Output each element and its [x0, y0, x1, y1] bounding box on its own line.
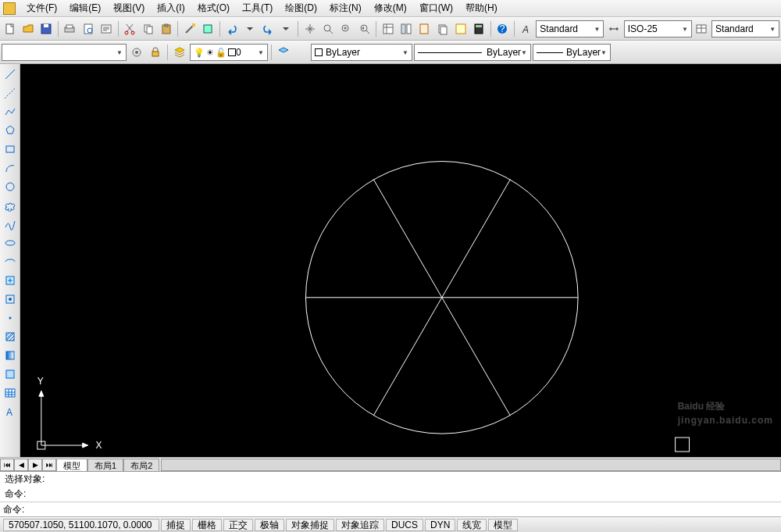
svg-marker-54 [39, 391, 44, 396]
status-osnap[interactable]: 对象捕捉 [286, 519, 334, 531]
publish-icon[interactable] [98, 20, 114, 37]
command-input[interactable] [27, 502, 781, 516]
status-otrack[interactable]: 对象追踪 [336, 519, 384, 531]
region-tool-icon[interactable] [2, 366, 19, 383]
menu-help[interactable]: 帮助(H) [459, 2, 504, 15]
text-style-icon[interactable]: A [518, 20, 534, 37]
table-style-combo[interactable]: Standard▼ [711, 20, 779, 37]
status-ducs[interactable]: DUCS [386, 519, 423, 531]
standard-toolbar: ? A Standard▼ ISO-25▼ Standard▼ [0, 17, 781, 41]
table-style-icon[interactable] [694, 20, 710, 37]
hatch-tool-icon[interactable] [2, 328, 19, 345]
spline-tool-icon[interactable] [2, 216, 19, 233]
menu-view[interactable]: 视图(V) [107, 2, 151, 15]
pan-icon[interactable] [301, 20, 318, 37]
cut-icon[interactable] [122, 20, 138, 37]
svg-rect-11 [147, 27, 152, 34]
drawing-canvas[interactable]: X Y Baidu 经验 jingyan.baidu.com [20, 64, 781, 457]
help-icon[interactable]: ? [494, 20, 511, 37]
tab-model[interactable]: 模型 [56, 459, 87, 471]
layer-name: 0 [236, 47, 241, 58]
print-preview-icon[interactable] [80, 20, 96, 37]
tab-layout1[interactable]: 布局1 [87, 459, 123, 471]
svg-rect-22 [420, 24, 428, 34]
revision-cloud-icon[interactable] [2, 197, 19, 214]
dim-style-combo[interactable]: ISO-25▼ [624, 20, 692, 37]
match-properties-icon[interactable] [181, 20, 198, 37]
block-editor-icon[interactable] [200, 20, 216, 37]
status-grid[interactable]: 栅格 [192, 519, 222, 531]
polyline-tool-icon[interactable] [2, 103, 19, 120]
layer-combo[interactable]: 💡 ☀ 🔓 0 ▼ [190, 44, 268, 61]
status-dyn[interactable]: DYN [425, 519, 455, 531]
menu-draw[interactable]: 绘图(D) [279, 2, 323, 15]
status-polar[interactable]: 极轴 [255, 519, 284, 531]
copy-icon[interactable] [140, 20, 156, 37]
line-tool-icon[interactable] [2, 66, 19, 83]
print-icon[interactable] [62, 20, 78, 37]
zoom-window-icon[interactable] [338, 20, 355, 37]
arc-tool-icon[interactable] [2, 159, 19, 177]
tool-palette-icon[interactable] [416, 20, 433, 37]
save-icon[interactable] [38, 20, 55, 37]
svg-rect-44 [6, 370, 14, 378]
ellipse-tool-icon[interactable] [2, 234, 19, 252]
layer-manager-icon[interactable] [171, 44, 188, 61]
construction-line-icon[interactable] [2, 84, 19, 102]
tab-layout2[interactable]: 布局2 [123, 459, 159, 471]
menu-format[interactable]: 格式(O) [191, 2, 236, 15]
menu-tools[interactable]: 工具(T) [236, 2, 279, 15]
status-snap[interactable]: 捕捉 [161, 519, 191, 531]
circle-tool-icon[interactable] [2, 178, 19, 195]
sheet-set-icon[interactable] [434, 20, 451, 37]
polygon-tool-icon[interactable] [2, 122, 19, 139]
color-combo[interactable]: ByLayer▼ [311, 44, 412, 61]
point-tool-icon[interactable] [2, 309, 19, 327]
menu-edit[interactable]: 编辑(E) [63, 2, 107, 15]
status-ortho[interactable]: 正交 [223, 519, 253, 531]
markup-icon[interactable] [452, 20, 469, 37]
table-tool-icon[interactable] [2, 384, 19, 402]
gradient-tool-icon[interactable] [2, 347, 19, 364]
tab-first-icon[interactable]: ⏮ [0, 459, 14, 471]
make-block-icon[interactable] [2, 291, 19, 308]
status-lwt[interactable]: 线宽 [457, 519, 487, 531]
zoom-realtime-icon[interactable] [319, 20, 336, 37]
new-file-icon[interactable] [2, 20, 18, 37]
redo-dropdown-icon[interactable] [278, 20, 294, 37]
tab-last-icon[interactable]: ⏭ [42, 459, 56, 471]
text-style-combo[interactable]: Standard▼ [536, 20, 604, 37]
design-center-icon[interactable] [398, 20, 414, 37]
menu-window[interactable]: 窗口(W) [413, 2, 459, 15]
svg-rect-27 [476, 25, 482, 27]
tab-prev-icon[interactable]: ◀ [14, 459, 28, 471]
mtext-tool-icon[interactable]: A [2, 403, 19, 420]
undo-dropdown-icon[interactable] [241, 20, 258, 37]
ellipse-arc-icon[interactable] [2, 253, 19, 270]
dim-style-icon[interactable] [605, 20, 622, 37]
paste-icon[interactable] [158, 20, 174, 37]
layer-previous-icon[interactable] [275, 44, 292, 61]
undo-icon[interactable] [223, 20, 240, 37]
menu-insert[interactable]: 插入(I) [151, 2, 191, 15]
menu-modify[interactable]: 修改(M) [368, 2, 413, 15]
command-prompt: 命令: [0, 502, 27, 516]
linetype-combo[interactable]: ByLayer▼ [414, 44, 531, 61]
status-model[interactable]: 模型 [488, 519, 518, 531]
redo-icon[interactable] [260, 20, 276, 37]
horizontal-scrollbar[interactable] [161, 459, 781, 471]
zoom-previous-icon[interactable] [356, 20, 373, 37]
open-file-icon[interactable] [20, 20, 36, 37]
insert-block-icon[interactable] [2, 272, 19, 289]
toolbar-lock-icon[interactable] [147, 44, 164, 61]
menu-file[interactable]: 文件(F) [20, 2, 63, 15]
menu-dimension[interactable]: 标注(N) [323, 2, 368, 15]
properties-icon[interactable] [380, 20, 396, 37]
tab-next-icon[interactable]: ▶ [28, 459, 42, 471]
workspace-combo[interactable]: ▼ [2, 44, 127, 61]
quickcalc-icon[interactable] [471, 20, 487, 37]
lineweight-combo[interactable]: ByLayer▼ [533, 44, 611, 61]
workspace-settings-icon[interactable] [128, 44, 145, 61]
rectangle-tool-icon[interactable] [2, 141, 19, 158]
svg-rect-56 [676, 437, 690, 452]
